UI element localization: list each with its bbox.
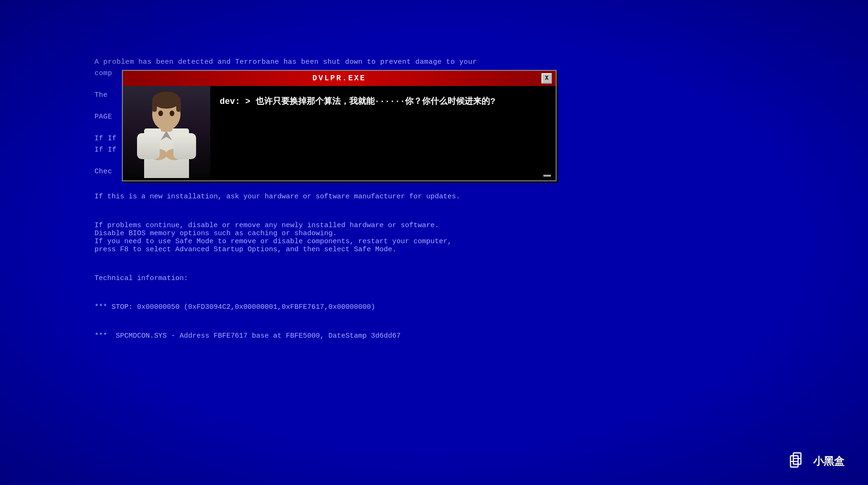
svg-point-9 [170, 111, 174, 116]
bsod-line-1: A problem has been detected and Terrorba… [95, 57, 773, 68]
bsod-line-12: If you need to use Safe Mode to remove o… [95, 238, 773, 246]
svg-rect-6 [152, 100, 157, 112]
bsod-line-19: *** SPCMDCON.SYS - Address FBFE7617 base… [95, 332, 773, 340]
svg-rect-12 [137, 133, 160, 159]
dialog-avatar [123, 86, 210, 178]
dialog-window: DVLPR.EXE X [122, 70, 557, 181]
svg-point-8 [158, 111, 163, 116]
bsod-line-11: Disable BIOS memory options such as cach… [95, 230, 773, 238]
watermark: 小黑盒 [790, 452, 844, 471]
bsod-line-17: *** STOP: 0x00000050 (0xFD3094C2,0x00000… [95, 303, 773, 311]
bsod-line-8: If this is a new installation, ask your … [95, 193, 773, 201]
dialog-speech: dev: > 也许只要换掉那个算法，我就能······你？你什么时候进来的? [210, 86, 556, 180]
dialog-content: dev: > 也许只要换掉那个算法，我就能······你？你什么时候进来的? [123, 86, 556, 180]
watermark-label: 小黑盒 [813, 454, 844, 468]
watermark-icon [790, 452, 808, 471]
avatar-image [123, 86, 210, 178]
dialog-close-button[interactable]: X [541, 73, 552, 84]
dialog-title: DVLPR.EXE [137, 74, 541, 83]
svg-rect-7 [176, 100, 181, 112]
bsod-line-10: If problems continue, disable or remove … [95, 221, 773, 230]
bsod-screen: A problem has been detected and Terrorba… [0, 0, 868, 485]
bsod-line-15: Technical information: [95, 274, 773, 282]
dialog-minimize-bar [543, 175, 551, 177]
bsod-lower-text: If this is a new installation, ask your … [95, 193, 773, 340]
dialog-prompt-text: dev: > 也许只要换掉那个算法，我就能······你？你什么时候进来的? [220, 95, 546, 108]
bsod-line-13: press F8 to select Advanced Startup Opti… [95, 246, 773, 254]
dialog-titlebar: DVLPR.EXE X [123, 71, 556, 86]
svg-rect-13 [173, 133, 196, 159]
